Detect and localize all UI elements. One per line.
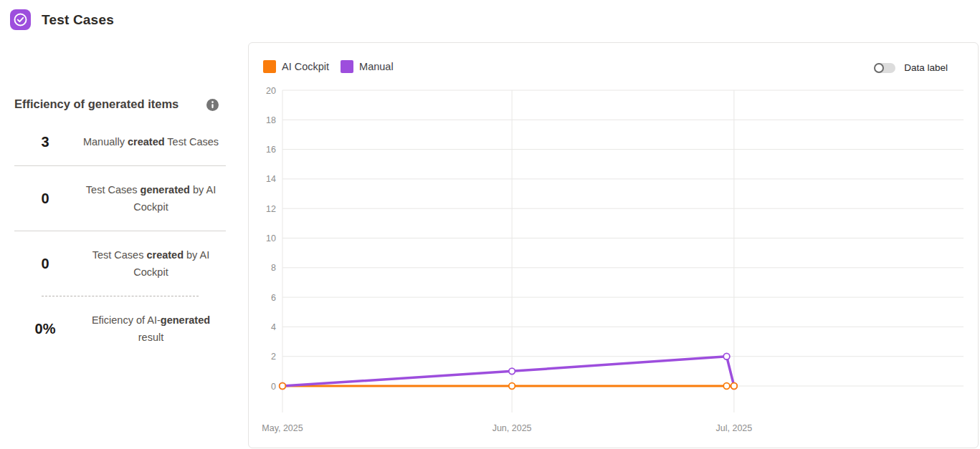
stat-value: 3 xyxy=(14,134,76,150)
legend-item-ai-cockpit[interactable]: AI Cockpit xyxy=(263,60,329,73)
info-icon[interactable] xyxy=(206,99,219,111)
stat-label-bold: created xyxy=(128,136,165,148)
stat-label: Test Cases generated by AI Cockpit xyxy=(76,181,226,216)
legend-item-manual[interactable]: Manual xyxy=(341,60,394,73)
toggle-knob xyxy=(874,63,884,73)
x-axis-tick-label: Jun, 2025 xyxy=(493,423,532,433)
stat-row-efficiency-result: 0% Eficiency of AI-generated result xyxy=(14,296,226,361)
efficiency-panel-header: Efficiency of generated items xyxy=(14,97,226,115)
y-axis-tick-label: 12 xyxy=(266,204,276,214)
x-axis-tick-label: May, 2025 xyxy=(262,423,303,433)
stat-label-bold: generated xyxy=(161,314,210,326)
efficiency-heading: Efficiency of generated items xyxy=(14,97,226,111)
chart-legend: AI Cockpit Manual xyxy=(263,60,394,73)
y-axis-tick-label: 8 xyxy=(271,263,276,273)
stat-label-bold: created xyxy=(146,249,184,261)
stat-label-text: Test Cases xyxy=(165,136,219,148)
stat-label: Manually created Test Cases xyxy=(76,133,226,150)
legend-swatch-purple xyxy=(341,60,353,73)
efficiency-panel: Efficiency of generated items 3 Manually… xyxy=(14,97,226,361)
data-label-toggle[interactable] xyxy=(875,63,895,73)
x-axis-tick-label: Jul, 2025 xyxy=(716,423,753,433)
chart-canvas: 02468101214161820May, 2025Jun, 2025Jul, … xyxy=(249,43,978,448)
stat-label-bold: generated xyxy=(141,184,190,195)
y-axis-tick-label: 18 xyxy=(266,115,276,125)
y-axis-tick-label: 6 xyxy=(271,293,276,303)
legend-label: Manual xyxy=(359,61,394,72)
test-cases-icon xyxy=(10,9,31,30)
page-header: Test Cases xyxy=(10,9,114,30)
stat-value: 0 xyxy=(14,190,76,207)
page: Test Cases Efficiency of generated items… xyxy=(0,0,980,449)
y-axis-tick-label: 2 xyxy=(271,352,276,362)
check-circle-icon xyxy=(10,9,31,30)
data-point-marker[interactable] xyxy=(723,383,730,390)
stat-row-generated-by-ai: 0 Test Cases generated by AI Cockpit xyxy=(14,166,226,231)
stat-row-created-by-ai: 0 Test Cases created by AI Cockpit xyxy=(14,231,226,296)
y-axis-tick-label: 14 xyxy=(266,174,276,184)
page-title: Test Cases xyxy=(42,12,114,28)
stat-label-text: Eficiency of AI- xyxy=(92,314,161,326)
stat-row-manually-created: 3 Manually created Test Cases xyxy=(14,115,226,165)
data-point-marker[interactable] xyxy=(280,383,286,390)
data-label-toggle-label: Data label xyxy=(904,62,948,73)
chart-card: 02468101214161820May, 2025Jun, 2025Jul, … xyxy=(248,42,979,448)
stat-label-text: Manually xyxy=(83,136,128,148)
data-point-marker[interactable] xyxy=(731,383,738,390)
stat-value: 0 xyxy=(14,256,76,272)
legend-label: AI Cockpit xyxy=(282,61,329,72)
stat-label-text: Test Cases xyxy=(86,184,141,195)
stat-label-text: Test Cases xyxy=(92,249,147,261)
stat-value: 0% xyxy=(14,321,76,337)
y-axis-tick-label: 20 xyxy=(266,86,276,96)
stat-label: Test Cases created by AI Cockpit xyxy=(76,246,226,281)
y-axis-tick-label: 0 xyxy=(271,382,276,392)
data-point-marker[interactable] xyxy=(509,383,515,390)
stat-label: Eficiency of AI-generated result xyxy=(76,312,226,346)
data-point-marker[interactable] xyxy=(723,353,730,359)
y-axis-tick-label: 10 xyxy=(266,233,276,243)
data-point-marker[interactable] xyxy=(509,368,515,375)
legend-swatch-orange xyxy=(263,60,276,73)
stat-label-text: result xyxy=(138,332,163,343)
data-label-toggle-group: Data label xyxy=(875,62,948,73)
y-axis-tick-label: 4 xyxy=(271,322,276,332)
y-axis-tick-label: 16 xyxy=(266,145,276,155)
